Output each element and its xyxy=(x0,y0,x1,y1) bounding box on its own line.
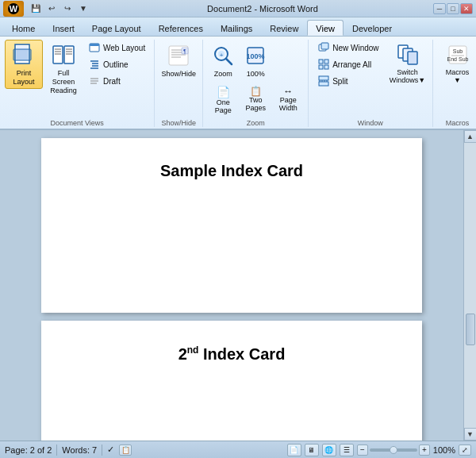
tab-mailings[interactable]: Mailings xyxy=(212,20,261,36)
page-2-title-prefix: 2 xyxy=(178,344,187,362)
svg-rect-38 xyxy=(319,60,323,64)
scroll-down-arrow[interactable]: ▼ xyxy=(464,428,477,441)
svg-rect-39 xyxy=(324,60,328,64)
svg-rect-15 xyxy=(90,44,99,46)
zoom-plus-btn[interactable]: + xyxy=(419,445,430,456)
svg-text:W: W xyxy=(10,4,18,13)
two-pages-button[interactable]: 📋 TwoPages xyxy=(240,83,271,115)
svg-text:Sub: Sub xyxy=(452,48,463,54)
page-width-button[interactable]: ↔ PageWidth xyxy=(273,83,303,115)
document-views-label: Document Views xyxy=(50,117,103,127)
spell-check-icon[interactable]: ✓ xyxy=(107,445,114,455)
word-count: Words: 7 xyxy=(62,445,97,455)
maximize-button[interactable]: □ xyxy=(447,3,459,14)
qa-dropdown-btn[interactable]: ▼ xyxy=(76,2,90,15)
group-zoom: + Zoom 100% 100% xyxy=(205,40,309,127)
svg-rect-40 xyxy=(319,65,323,69)
svg-rect-47 xyxy=(408,52,417,64)
one-page-button[interactable]: 📄 OnePage xyxy=(208,83,238,117)
split-label: Split xyxy=(332,77,347,86)
zoom-100-icon: 100% xyxy=(243,43,268,68)
show-hide-label: Show/Hide xyxy=(161,70,196,79)
redo-quick-btn[interactable]: ↪ xyxy=(60,2,75,15)
zoom-slider-track[interactable] xyxy=(370,448,417,452)
title-bar: W 💾 ↩ ↪ ▼ Document2 - Microsoft Word ─ □… xyxy=(0,0,476,17)
tab-page-layout[interactable]: Page Layout xyxy=(83,20,150,36)
draft-icon xyxy=(88,75,101,87)
zoom-dialog-label: Zoom xyxy=(214,70,232,79)
ribbon: PrintLayout Full ScreenRead xyxy=(0,37,476,130)
split-button[interactable]: Split xyxy=(313,73,382,89)
office-button[interactable]: W xyxy=(3,1,24,17)
switch-windows-button[interactable]: SwitchWindows▼ xyxy=(388,40,428,87)
print-layout-label: PrintLayout xyxy=(13,69,34,87)
show-hide-buttons: ¶ Show/Hide xyxy=(159,40,198,117)
vertical-scrollbar[interactable]: ▲ ▼ xyxy=(463,130,476,441)
page-2-title: 2nd Index Card xyxy=(65,344,398,364)
svg-text:¶: ¶ xyxy=(183,48,186,54)
group-document-views: PrintLayout Full ScreenRead xyxy=(2,40,155,127)
page-2-title-suffix: Index Card xyxy=(198,344,285,362)
zoom-100-button[interactable]: 100% 100% xyxy=(240,40,271,81)
zoom-group-label: Zoom xyxy=(247,117,265,127)
view-options-btn[interactable]: 📋 xyxy=(119,445,132,456)
outline-label: Outline xyxy=(103,60,129,69)
minimize-button[interactable]: ─ xyxy=(433,3,446,14)
svg-text:End Sub: End Sub xyxy=(447,56,468,62)
outline-button[interactable]: Outline xyxy=(84,56,149,72)
print-layout-icon xyxy=(11,42,36,67)
print-layout-button[interactable]: PrintLayout xyxy=(5,40,43,89)
status-bar: Page: 2 of 2 Words: 7 ✓ 📋 📄 🖥 🌐 ☰ − + 10… xyxy=(0,441,476,458)
arrange-all-button[interactable]: Arrange All xyxy=(313,56,382,72)
tab-home[interactable]: Home xyxy=(3,20,44,36)
tab-view[interactable]: View xyxy=(307,20,344,36)
svg-line-32 xyxy=(226,59,232,64)
undo-quick-btn[interactable]: ↩ xyxy=(44,2,59,15)
status-right: 📄 🖥 🌐 ☰ − + 100% ⤢ xyxy=(287,444,471,456)
one-page-label: OnePage xyxy=(215,99,232,115)
view-web-btn[interactable]: 🌐 xyxy=(322,444,336,456)
window-title: Document2 - Microsoft Word xyxy=(92,4,433,13)
scroll-up-arrow[interactable]: ▲ xyxy=(464,130,477,143)
view-outline-btn[interactable]: ☰ xyxy=(340,444,354,456)
scroll-thumb[interactable] xyxy=(466,314,475,345)
ribbon-tab-bar: Home Insert Page Layout References Maili… xyxy=(0,17,476,37)
zoom-level: 100% xyxy=(433,445,455,455)
two-pages-icon: 📋 xyxy=(250,86,262,97)
page-width-icon: ↔ xyxy=(283,86,293,97)
page-1-title: Sample Index Card xyxy=(65,162,398,180)
group-macros: Sub End Sub Macros▼ Macros xyxy=(435,40,476,127)
draft-button[interactable]: Draft xyxy=(84,73,149,89)
zoom-dialog-button[interactable]: + Zoom xyxy=(208,40,238,81)
window-controls: ─ □ ✕ xyxy=(433,3,473,14)
macros-buttons: Sub End Sub Macros▼ xyxy=(438,40,476,117)
tab-insert[interactable]: Insert xyxy=(44,20,83,36)
tab-references[interactable]: References xyxy=(150,20,212,36)
macros-button[interactable]: Sub End Sub Macros▼ xyxy=(438,40,476,87)
show-hide-button[interactable]: ¶ Show/Hide xyxy=(159,40,198,81)
macros-group-label: Macros xyxy=(446,117,470,127)
expand-btn[interactable]: ⤢ xyxy=(459,445,471,456)
svg-rect-4 xyxy=(13,49,31,60)
full-screen-reading-button[interactable]: Full ScreenReading xyxy=(44,40,83,97)
zoom-buttons: + Zoom 100% 100% xyxy=(208,40,303,117)
scroll-track[interactable] xyxy=(464,143,476,428)
two-pages-label: TwoPages xyxy=(245,97,266,113)
view-print-btn[interactable]: 📄 xyxy=(287,444,301,456)
quick-access-toolbar: 💾 ↩ ↪ ▼ xyxy=(27,2,92,15)
new-window-label: New Window xyxy=(332,44,378,52)
view-full-btn[interactable]: 🖥 xyxy=(305,444,319,456)
new-window-button[interactable]: New Window xyxy=(313,40,382,56)
full-screen-reading-icon xyxy=(51,42,76,67)
save-quick-btn[interactable]: 💾 xyxy=(29,2,43,15)
show-hide-group-label: Show/Hide xyxy=(161,117,196,127)
page-info: Page: 2 of 2 xyxy=(5,445,52,455)
zoom-minus-btn[interactable]: − xyxy=(357,445,368,456)
tab-review[interactable]: Review xyxy=(261,20,307,36)
view-small-buttons: Web Layout Outline xyxy=(84,40,149,89)
web-layout-button[interactable]: Web Layout xyxy=(84,40,149,56)
document-area[interactable]: Sample Index Card 2nd Index Card xyxy=(0,130,463,441)
close-button[interactable]: ✕ xyxy=(460,3,473,14)
tab-developer[interactable]: Developer xyxy=(344,20,401,36)
show-hide-icon: ¶ xyxy=(166,43,191,68)
